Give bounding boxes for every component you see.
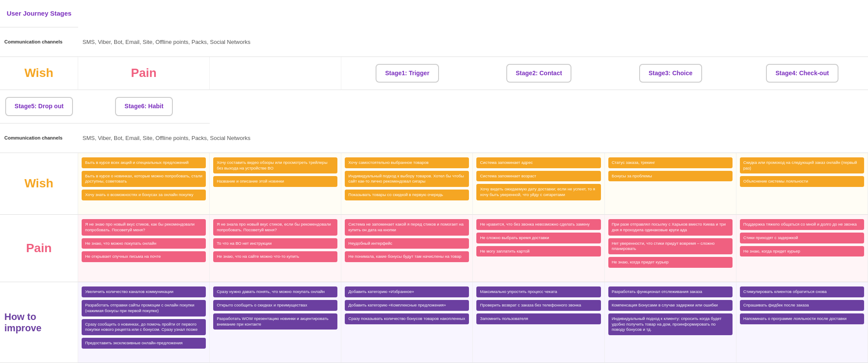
wish-card: Система запоминает адрес (476, 157, 601, 168)
wish-cell-6: Скидка или промокод на следующий заказ о… (736, 153, 868, 215)
wish-label: Wish (0, 153, 78, 215)
stage-3-label: Stage3: Choice (649, 70, 693, 77)
pain-card: Не знаю, что можно покупать онлайн (82, 238, 206, 249)
stage-6-label: Stage6: Habit (125, 103, 163, 110)
stage-6-box: Stage6: Habit (115, 97, 173, 116)
stage-header-2: Stage2: Contact (473, 57, 604, 90)
pain-cell-5: При разе отправлял посылку с Харьков вме… (605, 215, 736, 282)
stage-2-box: Stage2: Contact (506, 64, 572, 83)
stage-5-box: Stage5: Drop out (5, 97, 73, 116)
wish-card: Индивидуальный подход к выбору товаров. … (345, 171, 469, 187)
main-grid: User Journey Stages Communication channe… (0, 0, 868, 363)
wish-card: Хочу составить видео обзоры или просмотр… (213, 157, 337, 174)
pain-cell-6: Поддержка тяжело общаться со мной и долг… (736, 215, 868, 282)
improve-card: Максимально упростить процесс чеката (476, 286, 601, 297)
wish-card: Быть в курсе о новинках, которые можно п… (82, 171, 206, 187)
wish-cell-5: Статус заказа, трекингБонусы за проблемы (605, 153, 736, 215)
wish-card: Название и описание этой новинки (213, 176, 337, 187)
wish-cell-3: Хочу самостоятельно выбранное товаровИнд… (341, 153, 473, 215)
pain-row-label: Pain (78, 57, 210, 90)
pain-cell-2: Я не знала про новый вкус стиков, если б… (210, 215, 341, 282)
improve-card: Разработать отправки сайты промоции с он… (82, 300, 206, 316)
stage-1-box: Stage1: Trigger (376, 64, 439, 83)
pain-card: Не могу заплатить картой (476, 246, 601, 257)
improve-cell-4: Максимально упростить процесс чекатаПров… (473, 282, 604, 363)
improve-card: Компенсация Бонусами в случае задержки и… (608, 300, 733, 311)
stage-header-3: Stage3: Choice (605, 57, 736, 90)
stage-4-box: Stage4: Check-out (766, 64, 838, 83)
pain-card: Не открывает спучных письма на почте (82, 251, 206, 262)
wish-card: Хочу видеть ожидаемую дату доставки; есл… (476, 184, 601, 200)
wish-card: Скидка или промокод на следующий заказ о… (740, 157, 864, 174)
wish-card: Быть в курсе всех акций и специальных пр… (82, 157, 206, 168)
pain-cell-4: Не нравится, что без звонка невозможно с… (473, 215, 604, 282)
wish-row-label: Wish (0, 57, 78, 90)
stage-3-box: Stage3: Choice (639, 64, 702, 83)
improve-label: How to improve (0, 282, 78, 363)
wish-card: Бонусы за проблемы (608, 171, 733, 182)
comm-label: Communication channels (0, 123, 78, 153)
pain-card: Нет уверенности, что стики придут воврем… (608, 238, 733, 255)
pain-card: Я не знаю про новый вкус стиков, как бы … (82, 219, 206, 236)
improve-cell-6: Стимулировать клиентов обратиться сноваС… (736, 282, 868, 363)
improve-card: Добавить категорию «Комплексные предложе… (345, 300, 469, 311)
pain-card: При разе отправлял посылку с Харьков вме… (608, 219, 733, 236)
wish-cell-2: Хочу составить видео обзоры или просмотр… (210, 153, 341, 215)
improve-card: Открыто сообщить о скидках и преимуществ… (213, 300, 337, 311)
improve-cell-2: Сразу нужно давать понять, что можно пок… (210, 282, 341, 363)
pain-cell-3: Система не запоминает какой я перед стик… (341, 215, 473, 282)
pain-card: Не знаю, когда придет курьер (608, 257, 733, 268)
improve-card: Разработать функционал отслеживания зака… (608, 286, 733, 297)
wish-card: Система запоминает возраст (476, 171, 601, 182)
pain-card: Стики приходят с задержкой (740, 233, 864, 243)
stage-header-4: Stage4: Check-out (736, 57, 868, 90)
improve-card: Запомнить пользователя (476, 313, 601, 324)
improve-card: Сразу показывать количество бонусов това… (345, 313, 469, 324)
wish-card: Хочу знать о возможностях и бонусах за о… (82, 190, 206, 200)
journey-stages-title: User Journey Stages (7, 9, 71, 18)
pain-card: Поддержка тяжело общаться со мной и долг… (740, 219, 864, 230)
improve-card: Проверить возврат с заказа без телефонно… (476, 300, 601, 311)
improve-card: Напоминать о программе лояльности после … (740, 313, 864, 324)
stage-header-6: Stage6: Habit (78, 90, 210, 123)
wish-card: Статус заказа, трекинг (608, 157, 733, 168)
improve-card: Индивидуальный подход к клиенту: спросит… (608, 313, 733, 335)
pain-card: То что на ВО нет инструкции (213, 238, 337, 249)
improve-card: Сразу нужно давать понять, что можно пок… (213, 286, 337, 297)
improve-card: Увеличить количество каналов коммуникаци… (82, 286, 206, 297)
improve-cell-5: Разработать функционал отслеживания зака… (605, 282, 736, 363)
pain-card: Не знаю, когда придет курьер (740, 246, 864, 257)
improve-row-label (210, 57, 341, 90)
journey-stages-label: User Journey Stages (0, 0, 78, 27)
pain-card: Не сложно выбрать время доставки (476, 233, 601, 243)
stage-4-label: Stage4: Check-out (776, 70, 829, 77)
pain-cell-1: Я не знаю про новый вкус стиков, как бы … (78, 215, 210, 282)
comm-content: SMS, Viber, Bot, Email, Site, Offline po… (78, 123, 868, 153)
improve-card: Разработать WOW презентацию новинки и ак… (213, 313, 337, 330)
improve-card: Стимулировать клиентов обратиться снова (740, 286, 864, 297)
stage-5-label: Stage5: Drop out (15, 103, 64, 110)
wish-card: Хочу самостоятельно выбранное товаров (345, 157, 469, 168)
improve-card: Предоставить эксклюзивные онлайн-предлож… (82, 338, 206, 349)
comm-channels-content: SMS, Viber, Bot, Email, Site, Offline po… (78, 27, 868, 57)
wish-card: Показывать товары со скидкой в первую оч… (345, 190, 469, 200)
pain-card: Не знаю, что на сайте можно что-то купит… (213, 251, 337, 262)
stage-header-1: Stage1: Trigger (341, 57, 473, 90)
pain-card: Не нравится, что без звонка невозможно с… (476, 219, 601, 230)
wish-cell-1: Быть в курсе всех акций и специальных пр… (78, 153, 210, 215)
improve-cell-3: Добавить категорию «Избранное»Добавить к… (341, 282, 473, 363)
improve-card: Добавить категорию «Избранное» (345, 286, 469, 297)
pain-card: Я не знала про новый вкус стиков, если б… (213, 219, 337, 236)
pain-card: Неудобный интерфейс (345, 238, 469, 249)
comm-channels-label: Communication channels (0, 27, 78, 57)
improve-cell-1: Увеличить количество каналов коммуникаци… (78, 282, 210, 363)
pain-label: Pain (0, 215, 78, 282)
pain-card: Не понимала, какие бонусы будут там начи… (345, 251, 469, 262)
stage-1-label: Stage1: Trigger (385, 70, 429, 77)
stage-2-label: Stage2: Contact (516, 70, 562, 77)
wish-card: Объяснение системы лояльности (740, 176, 864, 187)
pain-card: Система не запоминает какой я перед стик… (345, 219, 469, 236)
stage-header-5: Stage5: Drop out (0, 90, 78, 123)
improve-card: Спрашивать фидбек после заказа (740, 300, 864, 311)
wish-cell-4: Система запоминает адресСистема запомина… (473, 153, 604, 215)
